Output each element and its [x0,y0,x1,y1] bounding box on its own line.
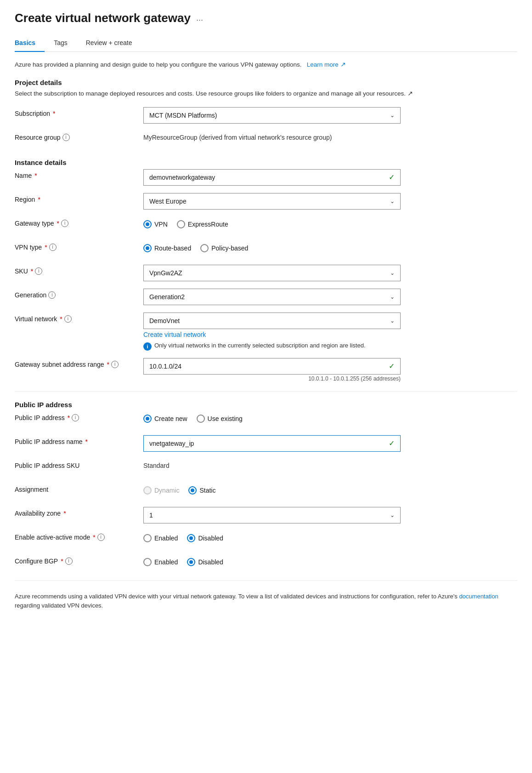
project-details-title: Project details [15,79,517,86]
resource-group-info-icon[interactable]: i [62,134,70,141]
public-ip-sku-label: Public IP address SKU [15,459,143,469]
chevron-down-icon-az: ⌄ [390,512,395,518]
tab-basics[interactable]: Basics [15,34,45,52]
active-active-enabled-radio[interactable] [143,534,152,542]
public-ip-create-label: Create new [154,415,187,422]
availability-zone-required: * [63,510,66,517]
virtual-network-info-icon[interactable]: i [64,315,72,323]
subscription-row: Subscription * MCT (MSDN Platforms) ⌄ [15,107,517,124]
subscription-label: Subscription * [15,107,143,117]
name-row: Name * demovnetworkgateway ✓ [15,169,517,186]
region-dropdown[interactable]: West Europe ⌄ [143,193,401,210]
vpn-type-routebased-radio[interactable] [143,244,152,252]
assignment-dynamic-option[interactable]: Dynamic [143,486,179,494]
bgp-label: Configure BGP * i [15,555,143,565]
active-active-info-icon[interactable]: i [97,534,105,541]
instance-details-title: Instance details [15,159,517,166]
virtual-network-control: DemoVnet ⌄ Create virtual network i Only… [143,313,517,351]
bgp-info-icon[interactable]: i [65,557,73,565]
public-ip-create-option[interactable]: Create new [143,415,187,423]
subnet-info-icon[interactable]: i [111,361,119,368]
page-title-text: Create virtual network gateway [15,11,191,25]
bgp-enabled-radio[interactable] [143,558,152,566]
sku-dropdown[interactable]: VpnGw2AZ ⌄ [143,265,401,281]
page-title-ellipsis[interactable]: ... [196,13,203,23]
public-ip-existing-label: Use existing [208,415,243,422]
info-banner-text: Azure has provided a planning and design… [15,61,301,68]
public-ip-sku-row: Public IP address SKU Standard [15,459,517,476]
assignment-dynamic-radio[interactable] [143,486,152,494]
gateway-type-info-icon[interactable]: i [61,220,68,227]
gateway-type-vpn-option[interactable]: VPN [143,220,168,228]
name-required: * [34,172,37,179]
gateway-type-control: VPN ExpressRoute [143,217,517,228]
active-active-row: Enable active-active mode * i Enabled Di… [15,531,517,547]
virtual-network-dropdown[interactable]: DemoVnet ⌄ [143,313,401,329]
availability-zone-dropdown[interactable]: 1 ⌄ [143,507,401,523]
gateway-type-expressroute-option[interactable]: ExpressRoute [177,220,228,228]
public-ip-info-icon[interactable]: i [72,414,79,421]
create-virtual-network-link[interactable]: Create virtual network [143,329,206,338]
public-ip-create-radio[interactable] [143,415,152,423]
sku-label: SKU * i [15,265,143,275]
chevron-down-icon-sku: ⌄ [390,270,395,276]
bgp-radio-group: Enabled Disabled [143,555,517,566]
learn-more-link[interactable]: Learn more ↗ [307,61,346,68]
assignment-control: Dynamic Static [143,483,517,494]
tab-review-create[interactable]: Review + create [86,34,141,52]
assignment-static-option[interactable]: Static [188,486,215,494]
generation-row: Generation i Generation2 ⌄ [15,289,517,305]
vpn-type-routebased-label: Route-based [154,244,191,252]
subscription-required: * [53,110,55,117]
active-active-label: Enable active-active mode * i [15,531,143,541]
virtual-network-row: Virtual network * i DemoVnet ⌄ Create vi… [15,313,517,351]
vnet-note: i Only virtual networks in the currently… [143,342,401,351]
public-ip-existing-option[interactable]: Use existing [197,415,243,423]
subscription-dropdown[interactable]: MCT (MSDN Platforms) ⌄ [143,107,401,124]
documentation-link[interactable]: documentation [459,593,498,600]
bgp-row: Configure BGP * i Enabled Disabled [15,555,517,571]
tabs-container: Basics Tags Review + create [15,34,517,52]
active-active-disabled-radio[interactable] [187,534,195,542]
name-dropdown[interactable]: demovnetworkgateway ✓ [143,169,401,186]
chevron-down-icon-vnet: ⌄ [390,318,395,324]
subnet-dropdown[interactable]: 10.0.1.0/24 ✓ [143,358,401,375]
region-required: * [38,196,40,203]
external-link-icon-2: ↗ [407,90,413,97]
public-ip-existing-radio[interactable] [197,415,205,423]
gateway-type-label: Gateway type * i [15,217,143,227]
region-label: Region * [15,193,143,203]
vpn-type-info-icon[interactable]: i [49,244,57,251]
vpn-type-policybased-option[interactable]: Policy-based [200,244,248,252]
active-active-disabled-option[interactable]: Disabled [187,534,223,542]
resource-group-row: Resource group i MyResourceGroup (derive… [15,131,517,148]
gateway-type-expressroute-radio[interactable] [177,220,185,228]
assignment-dynamic-label: Dynamic [154,487,179,494]
gateway-type-vpn-radio[interactable] [143,220,152,228]
sku-info-icon[interactable]: i [35,267,42,275]
generation-control: Generation2 ⌄ [143,289,517,305]
vpn-type-policybased-radio[interactable] [200,244,209,252]
generation-info-icon[interactable]: i [48,291,56,299]
active-active-radio-group: Enabled Disabled [143,531,517,542]
active-active-enabled-option[interactable]: Enabled [143,534,178,542]
virtual-network-required: * [60,315,62,323]
public-ip-name-required: * [85,438,88,445]
bgp-control: Enabled Disabled [143,555,517,566]
vpn-type-routebased-option[interactable]: Route-based [143,244,191,252]
chevron-down-icon-gen: ⌄ [390,294,395,300]
generation-dropdown[interactable]: Generation2 ⌄ [143,289,401,305]
virtual-network-label: Virtual network * i [15,313,143,323]
name-control: demovnetworkgateway ✓ [143,169,517,186]
bgp-disabled-option[interactable]: Disabled [187,558,223,566]
subnet-row: Gateway subnet address range * i 10.0.1.… [15,358,517,382]
assignment-static-radio[interactable] [188,486,197,494]
bgp-enabled-option[interactable]: Enabled [143,558,178,566]
subnet-hint: 10.0.1.0 - 10.0.1.255 (256 addresses) [143,375,401,382]
public-ip-name-input[interactable]: vnetgateway_ip ✓ [143,435,401,452]
tab-tags[interactable]: Tags [54,34,77,52]
bgp-disabled-radio[interactable] [187,558,195,566]
subscription-control: MCT (MSDN Platforms) ⌄ [143,107,517,124]
gateway-type-row: Gateway type * i VPN ExpressRoute [15,217,517,233]
assignment-static-label: Static [199,487,215,494]
